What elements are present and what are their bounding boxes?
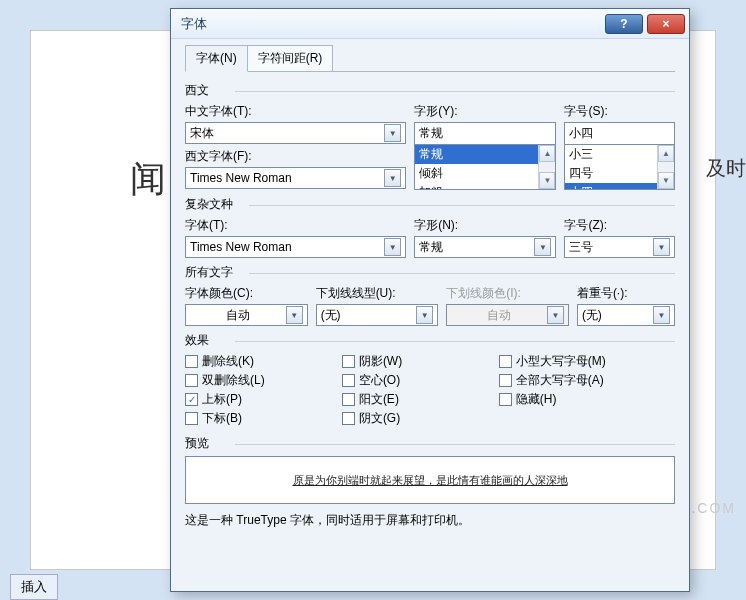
chevron-down-icon: ▼ bbox=[384, 238, 401, 256]
complex-size-combo[interactable]: 三号 ▼ bbox=[564, 236, 675, 258]
underline-color-value: 自动 bbox=[451, 307, 547, 324]
checkbox-hidden[interactable]: 隐藏(H) bbox=[499, 391, 675, 408]
scroll-down-icon[interactable]: ▼ bbox=[658, 172, 674, 189]
chevron-down-icon: ▼ bbox=[384, 169, 401, 187]
group-latin: 西文 bbox=[185, 82, 675, 99]
complex-font-combo[interactable]: Times New Roman ▼ bbox=[185, 236, 406, 258]
chevron-down-icon: ▼ bbox=[653, 238, 670, 256]
size-option[interactable]: 小三 bbox=[565, 145, 657, 164]
west-font-value: Times New Roman bbox=[190, 171, 384, 185]
cn-font-value: 宋体 bbox=[190, 125, 384, 142]
group-alltext: 所有文字 bbox=[185, 264, 675, 281]
chevron-down-icon: ▼ bbox=[384, 124, 401, 142]
label-complex-style: 字形(N): bbox=[414, 217, 556, 234]
emphasis-value: (无) bbox=[582, 307, 653, 324]
font-color-value: 自动 bbox=[190, 307, 286, 324]
scroll-up-icon[interactable]: ▲ bbox=[539, 145, 555, 162]
checkbox-subscript[interactable]: 下标(B) bbox=[185, 410, 332, 427]
size-input[interactable]: 小四 bbox=[564, 122, 675, 144]
checkbox-shadow[interactable]: 阴影(W) bbox=[342, 353, 489, 370]
underline-value: (无) bbox=[321, 307, 417, 324]
size-option[interactable]: 小四 bbox=[565, 183, 657, 189]
scroll-down-icon[interactable]: ▼ bbox=[539, 172, 555, 189]
checkbox-dstrike[interactable]: 双删除线(L) bbox=[185, 372, 332, 389]
preview-box: 原是为你别端时就起来展望，是此情有谁能画的人深深地 bbox=[185, 456, 675, 504]
scrollbar[interactable]: ▲ ▼ bbox=[657, 145, 674, 189]
scrollbar[interactable]: ▲ ▼ bbox=[538, 145, 555, 189]
complex-size-value: 三号 bbox=[569, 239, 653, 256]
checkbox-strike[interactable]: 删除线(K) bbox=[185, 353, 332, 370]
style-option[interactable]: 加粗 bbox=[415, 183, 538, 189]
checkbox-emboss[interactable]: 阳文(E) bbox=[342, 391, 489, 408]
west-font-combo[interactable]: Times New Roman ▼ bbox=[185, 167, 406, 189]
complex-style-value: 常规 bbox=[419, 239, 534, 256]
preview-sample: 原是为你别端时就起来展望，是此情有谁能画的人深深地 bbox=[293, 473, 568, 488]
chevron-down-icon: ▼ bbox=[286, 306, 303, 324]
dialog-title: 字体 bbox=[181, 15, 601, 33]
tab-strip: 字体(N) 字符间距(R) bbox=[185, 45, 675, 72]
chevron-down-icon: ▼ bbox=[534, 238, 551, 256]
label-size: 字号(S): bbox=[564, 103, 675, 120]
label-emphasis: 着重号(·): bbox=[577, 285, 675, 302]
complex-style-combo[interactable]: 常规 ▼ bbox=[414, 236, 556, 258]
size-option[interactable]: 四号 bbox=[565, 164, 657, 183]
size-value: 小四 bbox=[569, 125, 670, 142]
style-option[interactable]: 常规 bbox=[415, 145, 538, 164]
scroll-up-icon[interactable]: ▲ bbox=[658, 145, 674, 162]
checkbox-smallcaps[interactable]: 小型大写字母(M) bbox=[499, 353, 675, 370]
background-text-left: 闻 bbox=[130, 155, 166, 204]
chevron-down-icon: ▼ bbox=[653, 306, 670, 324]
font-color-combo[interactable]: 自动 ▼ bbox=[185, 304, 308, 326]
complex-font-value: Times New Roman bbox=[190, 240, 384, 254]
checkbox-outline[interactable]: 空心(O) bbox=[342, 372, 489, 389]
label-complex-size: 字号(Z): bbox=[564, 217, 675, 234]
chevron-down-icon: ▼ bbox=[547, 306, 564, 324]
style-listbox[interactable]: 常规 倾斜 加粗 ▲ ▼ bbox=[414, 144, 556, 190]
underline-color-combo: 自动 ▼ bbox=[446, 304, 569, 326]
titlebar[interactable]: 字体 ? × bbox=[171, 9, 689, 39]
emphasis-combo[interactable]: (无) ▼ bbox=[577, 304, 675, 326]
label-underline: 下划线线型(U): bbox=[316, 285, 439, 302]
label-underline-color: 下划线颜色(I): bbox=[446, 285, 569, 302]
checkbox-engrave[interactable]: 阴文(G) bbox=[342, 410, 489, 427]
style-value: 常规 bbox=[419, 125, 551, 142]
label-font-color: 字体颜色(C): bbox=[185, 285, 308, 302]
chevron-down-icon: ▼ bbox=[416, 306, 433, 324]
tab-font[interactable]: 字体(N) bbox=[185, 45, 248, 72]
label-west-font: 西文字体(F): bbox=[185, 148, 406, 165]
preview-description: 这是一种 TrueType 字体，同时适用于屏幕和打印机。 bbox=[185, 512, 675, 529]
close-button[interactable]: × bbox=[647, 14, 685, 34]
underline-combo[interactable]: (无) ▼ bbox=[316, 304, 439, 326]
checkbox-allcaps[interactable]: 全部大写字母(A) bbox=[499, 372, 675, 389]
font-dialog: 字体 ? × 字体(N) 字符间距(R) 西文 中文字体(T): 宋体 ▼ 西文… bbox=[170, 8, 690, 592]
checkbox-superscript[interactable]: 上标(P) bbox=[185, 391, 332, 408]
cn-font-combo[interactable]: 宋体 ▼ bbox=[185, 122, 406, 144]
help-button[interactable]: ? bbox=[605, 14, 643, 34]
ribbon-tab-insert[interactable]: 插入 bbox=[10, 574, 58, 600]
label-style: 字形(Y): bbox=[414, 103, 556, 120]
background-text-right: 及时 bbox=[706, 155, 746, 182]
group-complex: 复杂文种 bbox=[185, 196, 675, 213]
label-complex-font: 字体(T): bbox=[185, 217, 406, 234]
group-effects: 效果 bbox=[185, 332, 675, 349]
style-option[interactable]: 倾斜 bbox=[415, 164, 538, 183]
style-input[interactable]: 常规 bbox=[414, 122, 556, 144]
label-cn-font: 中文字体(T): bbox=[185, 103, 406, 120]
size-listbox[interactable]: 小三 四号 小四 ▲ ▼ bbox=[564, 144, 675, 190]
group-preview: 预览 bbox=[185, 435, 675, 452]
tab-spacing[interactable]: 字符间距(R) bbox=[247, 45, 334, 72]
